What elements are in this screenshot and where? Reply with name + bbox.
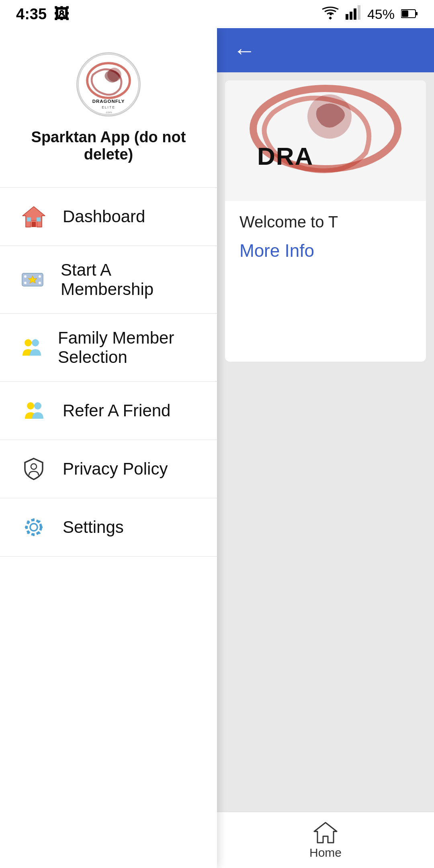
svg-rect-6 bbox=[416, 12, 418, 15]
bottom-navigation: Home bbox=[217, 812, 434, 868]
svg-rect-4 bbox=[358, 5, 360, 20]
svg-point-44 bbox=[27, 520, 41, 534]
svg-text:.com: .com bbox=[105, 111, 112, 114]
sidebar-item-privacy-policy[interactable]: Privacy Policy bbox=[0, 440, 217, 498]
svg-rect-22 bbox=[27, 217, 31, 221]
settings-icon bbox=[19, 513, 48, 542]
svg-point-28 bbox=[39, 275, 41, 278]
signal-icon bbox=[346, 5, 361, 23]
svg-point-27 bbox=[24, 282, 27, 284]
dashboard-icon bbox=[19, 202, 48, 231]
svg-rect-1 bbox=[346, 14, 348, 20]
svg-point-31 bbox=[32, 339, 39, 346]
sidebar-item-family-member-label: Family Member Selection bbox=[58, 328, 198, 367]
svg-rect-2 bbox=[350, 12, 352, 20]
battery-icon bbox=[401, 6, 418, 22]
svg-point-29 bbox=[39, 282, 41, 284]
svg-point-30 bbox=[25, 339, 32, 346]
svg-point-35 bbox=[30, 524, 37, 531]
svg-rect-3 bbox=[354, 8, 356, 20]
svg-point-32 bbox=[27, 402, 34, 409]
back-button[interactable]: ← bbox=[233, 37, 256, 63]
sidebar-item-refer-friend-label: Refer A Friend bbox=[63, 401, 170, 420]
drawer-menu: Dashboard Start A Membership bbox=[0, 187, 217, 557]
status-bar: 4:35 🖼 45% bbox=[0, 0, 434, 28]
svg-rect-7 bbox=[402, 10, 408, 17]
svg-marker-12 bbox=[314, 823, 337, 843]
time-display: 4:35 bbox=[16, 6, 47, 23]
app-logo: DRAGONFLY ELITE .com bbox=[76, 52, 141, 117]
svg-point-33 bbox=[34, 402, 41, 409]
card-body: Welcome to T More Info bbox=[225, 201, 426, 273]
sidebar-item-settings-label: Settings bbox=[63, 518, 124, 537]
home-label: Home bbox=[309, 846, 342, 860]
wifi-icon bbox=[321, 5, 339, 23]
home-nav-item[interactable]: Home bbox=[309, 821, 342, 860]
sidebar-item-dashboard-label: Dashboard bbox=[63, 207, 145, 226]
image-icon: 🖼 bbox=[54, 6, 69, 23]
welcome-text: Welcome to T bbox=[240, 213, 411, 231]
svg-text:DRA: DRA bbox=[257, 142, 313, 170]
right-content-card: DRA Welcome to T More Info bbox=[225, 80, 426, 362]
sidebar-item-dashboard[interactable]: Dashboard bbox=[0, 187, 217, 246]
svg-text:ELITE: ELITE bbox=[102, 105, 115, 109]
battery-percent: 45% bbox=[367, 6, 395, 22]
sidebar-item-settings[interactable]: Settings bbox=[0, 498, 217, 557]
more-info-link[interactable]: More Info bbox=[240, 241, 411, 261]
svg-point-0 bbox=[330, 13, 332, 15]
sidebar-item-start-membership[interactable]: Start A Membership bbox=[0, 246, 217, 313]
start-membership-icon bbox=[19, 265, 46, 294]
svg-text:DRAGONFLY: DRAGONFLY bbox=[92, 99, 125, 104]
privacy-policy-icon bbox=[19, 454, 48, 483]
svg-point-26 bbox=[24, 275, 27, 278]
sidebar-item-refer-a-friend[interactable]: Refer A Friend bbox=[0, 381, 217, 440]
sidebar-item-start-membership-label: Start A Membership bbox=[61, 260, 198, 299]
side-drawer: DRAGONFLY ELITE .com Sparktan App (do no… bbox=[0, 28, 217, 868]
sidebar-item-privacy-policy-label: Privacy Policy bbox=[63, 459, 168, 479]
family-member-icon bbox=[19, 333, 43, 362]
svg-point-34 bbox=[31, 464, 37, 469]
drawer-logo-section: DRAGONFLY ELITE .com Sparktan App (do no… bbox=[0, 28, 217, 179]
svg-rect-21 bbox=[32, 222, 36, 227]
right-header-bar: ← bbox=[217, 28, 434, 72]
svg-rect-23 bbox=[37, 217, 41, 221]
refer-friend-icon bbox=[19, 396, 48, 425]
sidebar-item-family-member-selection[interactable]: Family Member Selection bbox=[0, 313, 217, 381]
app-title: Sparktan App (do not delete) bbox=[16, 129, 201, 163]
card-image: DRA bbox=[225, 80, 426, 201]
